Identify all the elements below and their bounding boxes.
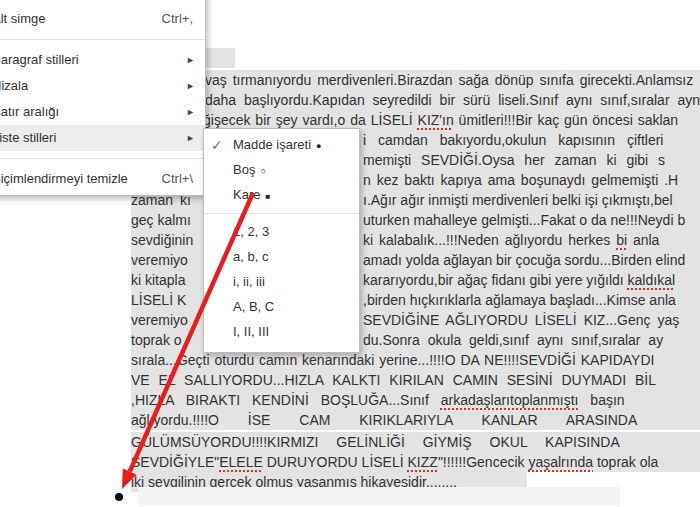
menu-shortcut: Ctrl+, <box>162 6 193 32</box>
doc-text-run: anla <box>627 232 659 248</box>
page: LİSELİ KIZvaş tırmanıyordu merdivenleri.… <box>0 0 700 507</box>
doc-text: ,HIZLA BIRAKTI KENDİNİ BOŞLUĞA...Sınıf a… <box>131 390 625 410</box>
doc-text-run: ,birden hıçkırıklarla ağlamaya başladı..… <box>363 292 676 308</box>
doc-text: sırala...Geçti oturdu camın kenarındaki … <box>131 350 654 370</box>
doc-text: uturken mahalleye gelmişti...Fakat o da … <box>363 210 685 230</box>
doc-text: du.Sonra okula geldi,sınıf aynı sınıf,sı… <box>363 330 663 350</box>
menu-item-a-b-c[interactable]: A, B, C <box>204 294 359 319</box>
misspelled-word: arkadaşlarıtoplanmıştı <box>441 392 579 408</box>
submenu-arrow-icon: ► <box>186 99 195 125</box>
doc-text: toprak o <box>131 330 182 350</box>
doc-line[interactable]: SEVDİĞİYLE"ELELE DURUYORDU LİSELİ KIZZ"!… <box>131 452 700 472</box>
doc-text: amadı yolda ağlayan bir çocuğa sordu...B… <box>363 250 685 270</box>
doc-text-run: GÜLÜMSÜYORDU!!!!KIRMIZI GELİNLİĞİ GİYMİŞ… <box>131 434 620 450</box>
doc-text-run: n kez baktı kapıya ama boşunaydı gelmemi… <box>363 172 678 188</box>
menu-item-bo-[interactable]: Boş○ <box>204 158 359 183</box>
menu-item-liste-stilleri[interactable]: Liste stilleri► <box>0 125 205 151</box>
doc-line[interactable]: VE EL SALLIYORDU...HIZLA KALKTI KIRILAN … <box>131 370 700 390</box>
doc-text: sevdiğinin <box>131 230 193 250</box>
checkmark-icon: ✓ <box>211 133 223 158</box>
doc-text-run: LİSELİ K <box>131 292 186 308</box>
doc-line[interactable]: ğişecek bir şey vardı,o da LİSELİ KIZ'ın… <box>131 110 700 130</box>
misspelled-word: kaldıkal <box>628 272 675 288</box>
doc-text: SEVDİĞİYLE"ELELE DURUYORDU LİSELİ KIZZ"!… <box>131 452 658 472</box>
doc-text: vaş tırmanıyordu merdivenleri.Birazdan s… <box>205 70 693 90</box>
doc-text: GÜLÜMSÜYORDU!!!!KIRMIZI GELİNLİĞİ GİYMİŞ… <box>131 432 620 452</box>
menu-item-kare[interactable]: Kare■ <box>204 183 359 208</box>
menu-item-hizala[interactable]: Hizala► <box>0 73 205 99</box>
submenu-arrow-icon: ► <box>186 73 195 99</box>
doc-text: veremiyo <box>131 310 188 330</box>
menu-separator <box>204 213 359 214</box>
doc-text: ki kalabalık...!!!Neden ağlıyordu herkes… <box>363 230 659 250</box>
doc-text-run: ı.Ağır ağır inmişti merdivenleri belki i… <box>363 192 673 208</box>
menu-item-label: a, b, c <box>233 244 351 269</box>
menu-item-bi-imlendirmeyi-temizle[interactable]: Biçimlendirmeyi temizleCtrl+\ <box>0 166 205 192</box>
doc-text: LİSELİ K <box>131 290 186 310</box>
context-menu: Alt simgeCtrl+,Paragraf stilleri►Hizala►… <box>0 0 206 196</box>
doc-line[interactable]: daha başlıyordu.Kapıdan seyredildi bir s… <box>131 90 700 110</box>
doc-text-run: toprak o <box>131 332 182 348</box>
doc-line[interactable]: GÜLÜMSÜYORDU!!!!KIRMIZI GELİNLİĞİ GİYMİŞ… <box>131 432 700 452</box>
doc-text: SEVDİĞİNE AĞLIYORDU LİSELİ KIZ...Genç ya… <box>363 310 679 330</box>
menu-separator <box>0 39 205 40</box>
doc-text-run: du.Sonra okula geldi,sınıf aynı sınıf,sı… <box>363 332 663 348</box>
menu-item-label: Paragraf stilleri <box>0 47 193 73</box>
doc-text-run: VE EL SALLIYORDU...HIZLA KALKTI KIRILAN … <box>131 372 656 388</box>
doc-text-run: sırala...Geçti oturdu camın kenarındaki … <box>131 352 654 368</box>
doc-line[interactable]: sırala...Geçti oturdu camın kenarındaki … <box>131 350 700 370</box>
doc-line[interactable]: vaş tırmanıyordu merdivenleri.Birazdan s… <box>131 70 700 90</box>
doc-text-run: ümitleri!!!Bir kaç gün öncesi saklan <box>454 112 678 128</box>
doc-text: ki kitapla <box>131 270 185 290</box>
submenu-arrow-icon: ► <box>186 47 195 73</box>
menu-item-sat-r-aral-[interactable]: Satır aralığı► <box>0 99 205 125</box>
doc-text-run: ğişecek bir şey vardı,o da LİSELİ <box>203 112 418 128</box>
menu-item-alt-simge[interactable]: Alt simgeCtrl+, <box>0 6 205 32</box>
new-bullet-marker <box>115 493 123 501</box>
doc-line[interactable]: ,HIZLA BIRAKTI KENDİNİ BOŞLUĞA...Sınıf a… <box>131 390 700 410</box>
misspelled-word: KIZ'ın <box>418 112 454 128</box>
doc-text-run: SEVDİĞİNE AĞLIYORDU LİSELİ KIZ...Genç ya… <box>363 312 679 328</box>
doc-text-run: veremiyo <box>131 252 188 268</box>
doc-text-run: geç kalmı <box>131 212 191 228</box>
menu-item-label: Liste stilleri <box>0 125 193 151</box>
doc-text: ğişecek bir şey vardı,o da LİSELİ KIZ'ın… <box>203 110 678 130</box>
doc-text-run: daha başlıyordu.Kapıdan seyredildi bir s… <box>205 92 700 108</box>
doc-text: ı.Ağır ağır inmişti merdivenleri belki i… <box>363 190 673 210</box>
doc-text-run: veremiyo <box>131 312 188 328</box>
doc-text-run: "!!!!!!Gencecik <box>438 454 529 470</box>
menu-item-1-2-3[interactable]: 1, 2, 3 <box>204 219 359 244</box>
doc-text: n kez baktı kapıya ama boşunaydı gelmemi… <box>363 170 678 190</box>
doc-text: ,birden hıçkırıklarla ağlamaya başladı..… <box>363 290 676 310</box>
menu-item-paragraf-stilleri[interactable]: Paragraf stilleri► <box>0 47 205 73</box>
doc-text-run: i camdan bakıyordu,okulun kapısının çift… <box>363 132 663 148</box>
menu-shortcut: Ctrl+\ <box>162 166 193 192</box>
menu-item-label: Hizala <box>0 73 193 99</box>
doc-line[interactable]: ağlıyordu.!!!!O İSE CAM KIRIKLARIYLA KAN… <box>131 410 700 430</box>
doc-text: i camdan bakıyordu,okulun kapısının çift… <box>363 130 663 150</box>
doc-text: memişti SEVDİĞİ.Oysa her zaman ki gibi s <box>363 150 665 170</box>
menu-item-label: A, B, C <box>233 294 351 319</box>
menu-item-i-ii-iii[interactable]: i, ii, iii <box>204 269 359 294</box>
doc-text-run: ki kitapla <box>131 272 185 288</box>
doc-text-run: başın <box>578 392 624 408</box>
doc-text: daha başlıyordu.Kapıdan seyredildi bir s… <box>205 90 700 110</box>
doc-text-run: ki kalabalık...!!!Neden ağlıyordu herkes <box>363 232 616 248</box>
empty-selection-area[interactable] <box>138 487 620 506</box>
doc-text: ağlıyordu.!!!!O İSE CAM KIRIKLARIYLA KAN… <box>131 410 637 430</box>
doc-text-run: sevdiğinin <box>131 232 193 248</box>
doc-text-run: ağlıyordu.!!!!O İSE CAM KIRIKLARIYLA KAN… <box>131 412 637 428</box>
doc-text-run: vaş tırmanıyordu merdivenleri.Birazdan s… <box>205 72 693 88</box>
menu-item-label: Madde işareti● <box>233 132 351 159</box>
doc-text-run: toprak ola <box>593 454 658 470</box>
doc-text: kararıyordu,bir ağaç fidanı gibi yere yı… <box>363 270 675 290</box>
menu-separator <box>0 158 205 159</box>
doc-text-run: ,HIZLA BIRAKTI KENDİNİ BOŞLUĞA...Sınıf <box>131 392 441 408</box>
menu-item-label: Boş○ <box>233 157 351 184</box>
misspelled-word: yaşalrında <box>528 454 593 470</box>
menu-item-a-b-c[interactable]: a, b, c <box>204 244 359 269</box>
menu-item-label: Biçimlendirmeyi temizle <box>0 166 162 192</box>
menu-item-madde-i-areti[interactable]: ✓Madde işareti● <box>204 133 359 158</box>
doc-text-run: uturken mahalleye gelmişti...Fakat o da … <box>363 212 685 228</box>
menu-item-i-ii-iii[interactable]: I, II, III <box>204 319 359 344</box>
